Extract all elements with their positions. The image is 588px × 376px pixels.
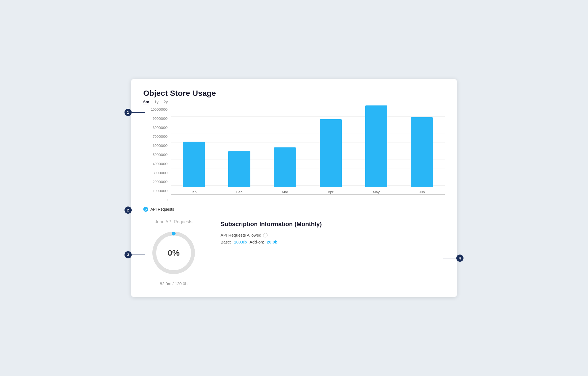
time-tabs: 6m 1y 2y [143,99,445,105]
base-value: 100.0b [234,240,247,244]
page-title: Object Store Usage [143,89,445,98]
y-axis: 100000000 90000000 80000000 70000000 600… [143,108,171,202]
badge-4-line [443,258,456,259]
tab-6m[interactable]: 6m [143,99,149,105]
donut-section: June API Requests 0% 82.0m / 120.0b [143,219,204,286]
badge-3-line [132,255,145,255]
bottom-section: June API Requests 0% 82.0m / 120.0b Subs… [143,219,445,286]
bar-label-jan: Jan [191,190,197,194]
badge-2-line [132,210,145,211]
legend-label: API Requests [150,207,174,211]
x-axis-line [171,194,445,195]
bar-feb [228,151,250,187]
bar-group-apr: Apr [313,119,348,194]
badge-1: 1 [125,109,132,116]
bar-group-jan: Jan [176,142,211,194]
subscription-values-row: Base: 100.0b Add-on: 20.0b [221,240,445,244]
chart-area: 100000000 90000000 80000000 70000000 600… [143,108,445,202]
y-label-3: 70000000 [153,135,168,138]
donut-percent: 0% [168,248,179,258]
y-label-0: 100000000 [151,108,168,111]
subscription-title: Subscription Information (Monthly) [221,221,445,228]
bar-label-may: May [373,190,380,194]
donut-sub: 82.0m / 120.0b [160,281,187,286]
y-label-8: 20000000 [153,180,168,184]
y-label-2: 80000000 [153,126,168,129]
y-label-1: 90000000 [153,117,168,120]
bar-jan [183,142,205,187]
base-label: Base: [221,240,231,244]
tab-1y[interactable]: 1y [154,99,159,105]
y-label-6: 40000000 [153,162,168,166]
donut-title: June API Requests [155,219,192,224]
bar-jun [411,117,433,187]
tab-2y[interactable]: 2y [164,99,168,105]
bar-label-feb: Feb [236,190,242,194]
bar-label-jun: Jun [419,190,425,194]
y-label-9: 10000000 [153,189,168,193]
badge-2: 2 [125,206,132,214]
y-label-4: 60000000 [153,144,168,147]
badge-3: 3 [125,251,132,258]
bar-group-feb: Feb [222,151,257,194]
bar-mar [274,147,296,187]
legend-row: API Requests [143,207,445,212]
chart-body: JanFebMarAprMayJun [171,108,445,202]
subscription-section: Subscription Information (Monthly) API R… [221,219,445,286]
y-label-10: 0 [166,198,168,202]
info-icon[interactable]: i [263,233,267,237]
bars-row: JanFebMarAprMayJun [171,108,445,194]
bar-label-mar: Mar [282,190,288,194]
bar-may [365,105,387,187]
addon-value: 20.0b [267,240,277,244]
bar-group-may: May [359,105,394,194]
y-label-7: 30000000 [153,171,168,175]
y-label-5: 50000000 [153,153,168,157]
badge-4: 4 [456,255,463,262]
bar-group-mar: Mar [267,147,303,194]
subscription-row-label: API Requests Allowed i [221,233,445,237]
donut-chart: 0% [150,229,197,276]
bar-label-apr: Apr [328,190,333,194]
bar-apr [320,119,342,187]
addon-label: Add-on: [250,240,264,244]
badge-1-line [132,112,145,113]
bar-group-jun: Jun [404,117,440,194]
